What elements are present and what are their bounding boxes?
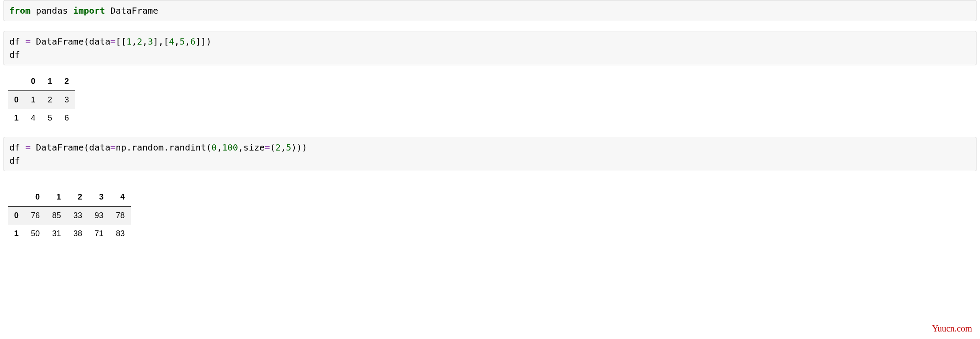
table-cell: 93 (88, 207, 110, 225)
table-cell: 83 (110, 225, 131, 243)
operator: = (265, 142, 270, 153)
table-corner (8, 188, 25, 207)
number: 6 (190, 36, 195, 47)
code-text: DataFrame(data (30, 142, 110, 153)
keyword-import: import (73, 5, 105, 16)
row-index: 1 (8, 109, 25, 127)
keyword-from: from (9, 5, 30, 16)
column-header: 0 (25, 72, 42, 91)
column-header: 1 (46, 188, 67, 207)
column-header: 3 (88, 188, 110, 207)
code-cell-2: df = DataFrame(data=[[1,2,3],[4,5,6]]) d… (4, 31, 976, 65)
code-text: , (217, 142, 222, 153)
number: 3 (148, 36, 153, 47)
code-text: df (9, 49, 20, 60)
code-text: DataFrame (105, 5, 158, 16)
table-cell: 1 (25, 91, 42, 109)
number: 5 (286, 142, 291, 153)
table-corner (8, 72, 25, 91)
code-text: ],[ (153, 36, 169, 47)
code-text: np.random.randint( (116, 142, 212, 153)
code-text: pandas (30, 5, 73, 16)
table-cell: 50 (25, 225, 46, 243)
row-index: 0 (8, 91, 25, 109)
table-cell: 5 (42, 109, 58, 127)
code-cell-3: df = DataFrame(data=np.random.randint(0,… (4, 137, 976, 171)
code-text: df (9, 155, 20, 166)
number: 5 (179, 36, 185, 47)
table-cell: 85 (46, 207, 67, 225)
number: 100 (222, 142, 238, 153)
code-text: ,size (238, 142, 265, 153)
table-cell: 76 (25, 207, 46, 225)
table-cell: 71 (88, 225, 110, 243)
row-index: 1 (8, 225, 25, 243)
column-header: 2 (67, 188, 88, 207)
code-text: , (281, 142, 286, 153)
number: 4 (169, 36, 174, 47)
operator: = (110, 142, 116, 153)
number: 2 (137, 36, 142, 47)
operator: = (25, 142, 30, 153)
row-index: 0 (8, 207, 25, 225)
table-cell: 4 (25, 109, 42, 127)
code-text: ]]) (196, 36, 212, 47)
code-text: df (9, 36, 25, 47)
code-text: , (142, 36, 148, 47)
table-cell: 3 (58, 91, 75, 109)
table-cell: 31 (46, 225, 67, 243)
table-cell: 33 (67, 207, 88, 225)
table-cell: 2 (42, 91, 58, 109)
code-text: , (174, 36, 179, 47)
code-text: ))) (291, 142, 307, 153)
operator: = (25, 36, 30, 47)
code-text: ( (270, 142, 275, 153)
code-text: , (132, 36, 137, 47)
number: 1 (126, 36, 132, 47)
table-row: 1 4 5 6 (8, 109, 75, 127)
column-header: 0 (25, 188, 46, 207)
table-row: 1 50 31 38 71 83 (8, 225, 131, 243)
dataframe-output-2: 0 1 2 3 4 0 76 85 33 93 78 1 50 31 38 71… (8, 188, 131, 243)
column-header: 4 (110, 188, 131, 207)
table-cell: 6 (58, 109, 75, 127)
code-text: [[ (116, 36, 126, 47)
dataframe-output-1: 0 1 2 0 1 2 3 1 4 5 6 (8, 72, 75, 127)
number: 0 (212, 142, 217, 153)
table-cell: 38 (67, 225, 88, 243)
column-header: 1 (42, 72, 58, 91)
column-header: 2 (58, 72, 75, 91)
watermark: Yuucn.com (932, 324, 972, 334)
operator: = (110, 36, 116, 47)
code-text: DataFrame(data (30, 36, 110, 47)
number: 2 (275, 142, 281, 153)
table-cell: 78 (110, 207, 131, 225)
table-row: 0 1 2 3 (8, 91, 75, 109)
table-row: 0 76 85 33 93 78 (8, 207, 131, 225)
code-cell-1: from pandas import DataFrame (4, 0, 976, 21)
code-text: df (9, 142, 25, 153)
code-text: , (185, 36, 190, 47)
